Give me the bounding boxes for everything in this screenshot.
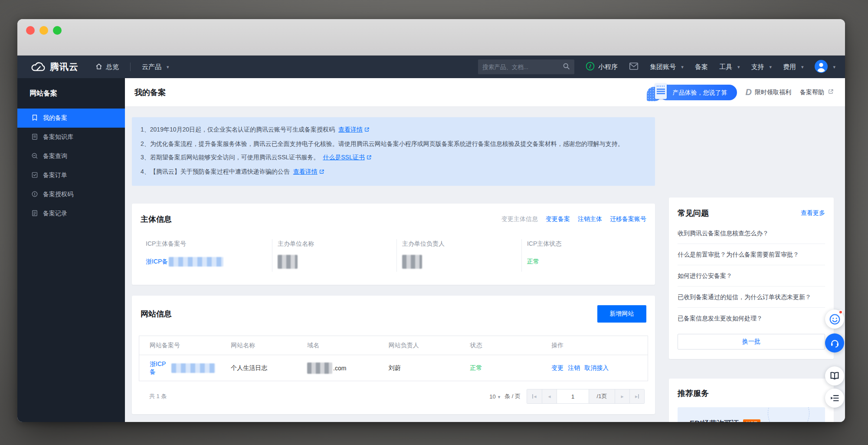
nav-mini-program[interactable]: 小程序 bbox=[586, 62, 618, 72]
edi-card-title: EDI经营许可证 bbox=[690, 419, 739, 422]
external-link-icon bbox=[319, 166, 324, 179]
external-link-icon bbox=[828, 89, 834, 96]
redacted-domain bbox=[307, 363, 332, 374]
notice-banner: 1、2019年10月20日起，仅企业实名认证的腾讯云账号可生成备案授权码查看详情… bbox=[132, 117, 655, 186]
nav-beian[interactable]: 备案 bbox=[695, 63, 708, 71]
page-size-select[interactable]: 10 bbox=[489, 393, 500, 400]
circle-info-icon bbox=[31, 191, 38, 199]
sidebar-item-my-beian[interactable]: 我的备案 bbox=[17, 109, 125, 128]
faq-title: 常见问题 bbox=[678, 208, 709, 218]
row-action-cancel-access[interactable]: 取消接入 bbox=[584, 364, 609, 372]
tencent-cloud-icon bbox=[30, 60, 46, 73]
field-icp-record-number: ICP主体备案号 浙ICP备 bbox=[141, 239, 272, 272]
current-page-input[interactable]: 1 bbox=[557, 389, 589, 403]
total-pages-label: /1页 bbox=[589, 389, 615, 403]
dashed-circle-decoration bbox=[768, 407, 809, 422]
search-input[interactable] bbox=[482, 64, 563, 70]
subject-info-card: 主体信息 变更主体信息 变更备案 注销主体 迁移备案账号 ICP主体备案号 bbox=[132, 204, 655, 285]
add-website-button[interactable]: 新增网站 bbox=[597, 305, 646, 323]
brand-logo[interactable]: 腾讯云 bbox=[30, 60, 79, 73]
faq-item[interactable]: 如何进行公安备案？ bbox=[678, 265, 825, 287]
col-domain: 域名 bbox=[297, 336, 378, 355]
cell-owner: 刘蔚 bbox=[378, 355, 460, 381]
external-link-icon bbox=[364, 124, 370, 137]
row-action-change[interactable]: 变更 bbox=[551, 364, 563, 372]
notice-4-detail-link[interactable]: 查看详情 bbox=[293, 168, 318, 175]
faq-refresh-button[interactable]: 换一批 bbox=[678, 334, 825, 349]
notice-3-ssl-link[interactable]: 什么是SSL证书 bbox=[323, 154, 364, 161]
next-page-button[interactable] bbox=[615, 389, 629, 403]
sidebar-item-beian-orders[interactable]: 备案订单 bbox=[17, 166, 125, 185]
cell-site-name: 个人生活日志 bbox=[220, 355, 297, 381]
notice-line-4: 4、【腾讯云】关于预防备案过程中遭遇快递诈骗的公告查看详情 bbox=[141, 165, 646, 179]
navbar-search[interactable] bbox=[478, 59, 574, 74]
nav-cloud-products[interactable]: 云产品 bbox=[142, 63, 169, 71]
faq-item[interactable]: 收到腾讯云备案信息核查怎么办？ bbox=[678, 223, 825, 244]
notice-1-detail-link[interactable]: 查看详情 bbox=[338, 126, 363, 133]
sidebar-item-beian-records[interactable]: 备案记录 bbox=[17, 204, 125, 223]
mail-icon[interactable] bbox=[629, 62, 639, 72]
table-row: 浙ICP备 个人生活日志 .com 刘蔚 正常 变更 注销 bbox=[139, 355, 648, 381]
notification-dot bbox=[839, 310, 843, 314]
faq-more-link[interactable]: 查看更多 bbox=[801, 209, 825, 217]
nav-tools[interactable]: 工具 bbox=[719, 63, 740, 71]
website-table: 网站备案号 网站名称 域名 网站负责人 状态 操作 浙I bbox=[139, 336, 648, 381]
document-icon bbox=[31, 133, 38, 142]
nav-support[interactable]: 支持 bbox=[751, 63, 772, 71]
faq-item[interactable]: 已备案信息发生更改如何处理？ bbox=[678, 308, 825, 329]
col-status: 状态 bbox=[459, 336, 541, 355]
window-titlebar bbox=[17, 19, 845, 56]
redacted-site-record bbox=[171, 363, 215, 373]
per-page-label: 条 / 页 bbox=[504, 392, 521, 400]
faq-item[interactable]: 什么是前置审批？为什么备案需要前置审批？ bbox=[678, 244, 825, 265]
total-count: 共 1 条 bbox=[149, 392, 167, 400]
search-icon[interactable] bbox=[563, 63, 570, 71]
redacted-organizer-name bbox=[278, 255, 298, 269]
website-info-card: 网站信息 新增网站 网站备案号 网站名称 域名 网站负责人 bbox=[132, 296, 655, 414]
promo-pill-label[interactable]: 产品体验，您说了算 bbox=[659, 85, 737, 100]
col-owner: 网站负责人 bbox=[378, 336, 460, 355]
migrate-account-link[interactable]: 迁移备案账号 bbox=[610, 215, 646, 223]
nav-group-account[interactable]: 集团账号 bbox=[650, 63, 684, 71]
customer-service-button[interactable] bbox=[825, 333, 844, 353]
faq-card: 常见问题 查看更多 收到腾讯云备案信息核查怎么办？ 什么是前置审批？为什么备案需… bbox=[669, 198, 834, 359]
avatar-icon bbox=[815, 60, 828, 74]
zoom-window-button[interactable] bbox=[53, 26, 62, 35]
nav-billing[interactable]: 费用 bbox=[783, 63, 804, 71]
row-action-cancel[interactable]: 注销 bbox=[568, 364, 580, 372]
nav-overview[interactable]: 总览 bbox=[95, 63, 119, 72]
sidebar-item-auth-code[interactable]: 备案授权码 bbox=[17, 185, 125, 204]
last-page-button[interactable] bbox=[629, 389, 644, 403]
sidebar-item-knowledge-base[interactable]: 备案知识库 bbox=[17, 128, 125, 147]
feedback-smiley-button[interactable] bbox=[825, 310, 844, 329]
prev-page-button[interactable] bbox=[542, 389, 557, 403]
change-beian-link[interactable]: 变更备案 bbox=[546, 215, 570, 223]
notice-line-3: 3、若期望备案后网站能够安全访问，可使用腾讯云SSL证书服务。什么是SSL证书 bbox=[141, 151, 646, 165]
brand-name: 腾讯云 bbox=[50, 61, 79, 73]
hot-badge: HOT bbox=[743, 419, 760, 422]
beian-help-link[interactable]: 备案帮助 bbox=[800, 89, 834, 96]
account-avatar[interactable] bbox=[815, 60, 835, 74]
sidebar: 网站备案 我的备案 备案知识库 备案查询 bbox=[17, 78, 125, 422]
cancel-subject-link[interactable]: 注销主体 bbox=[578, 215, 602, 223]
ticket-list-button[interactable] bbox=[825, 389, 844, 408]
benefit-link[interactable]: D 限时领取福利 bbox=[746, 87, 791, 97]
edi-license-card[interactable]: EDI经营许可证 HOT bbox=[678, 407, 825, 422]
services-title: 推荐服务 bbox=[678, 389, 709, 398]
field-subject-status: ICP主体状态 正常 bbox=[521, 239, 646, 272]
home-icon bbox=[95, 63, 103, 72]
recommended-services-card: 推荐服务 EDI经营许可证 HOT bbox=[669, 379, 834, 422]
field-organizer-owner: 主办单位负责人 bbox=[396, 239, 521, 272]
col-actions: 操作 bbox=[541, 336, 648, 355]
table-header-row: 网站备案号 网站名称 域名 网站负责人 状态 操作 bbox=[139, 336, 648, 355]
faq-item[interactable]: 已收到备案通过的短信，为什么订单状态未更新？ bbox=[678, 287, 825, 308]
first-page-button[interactable] bbox=[527, 389, 542, 403]
sidebar-item-beian-query[interactable]: 备案查询 bbox=[17, 147, 125, 166]
minimize-window-button[interactable] bbox=[39, 26, 48, 35]
pagination: 1 /1页 bbox=[527, 389, 645, 404]
product-feedback-banner[interactable]: 产品体验，您说了算 bbox=[647, 83, 737, 102]
website-info-title: 网站信息 bbox=[141, 309, 172, 319]
content-header: 我的备案 产品体验，您说了算 D 限时领取福利 备案帮助 bbox=[125, 78, 845, 107]
close-window-button[interactable] bbox=[26, 26, 35, 35]
documentation-button[interactable] bbox=[825, 366, 844, 386]
